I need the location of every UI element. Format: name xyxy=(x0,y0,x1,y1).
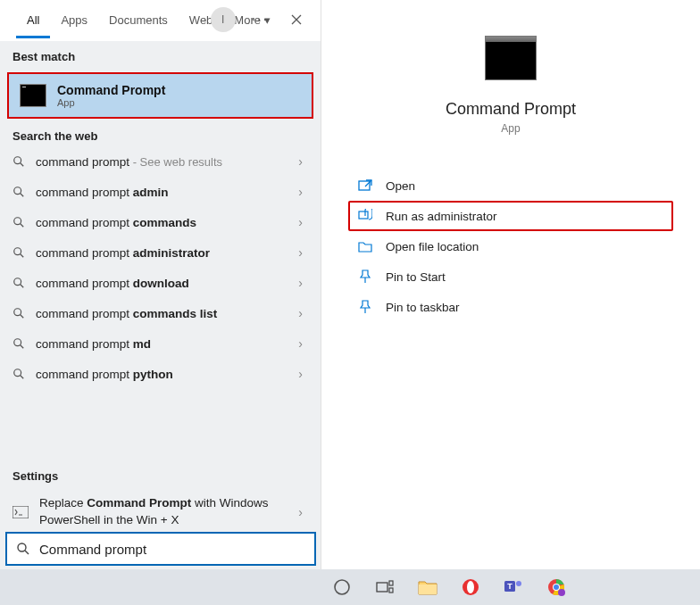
settings-row[interactable]: Replace Command Prompt with Windows Powe… xyxy=(0,486,321,536)
svg-point-12 xyxy=(14,339,21,346)
svg-point-42 xyxy=(558,589,565,596)
chrome-icon[interactable] xyxy=(545,576,568,599)
folder-icon xyxy=(357,238,373,254)
action-run-as-administrator[interactable]: Run as administrator xyxy=(348,201,673,231)
more-options-icon[interactable]: ··· xyxy=(252,12,269,28)
tab-apps[interactable]: Apps xyxy=(50,3,98,38)
svg-point-26 xyxy=(18,543,26,551)
web-result-row[interactable]: command prompt administrator › xyxy=(0,237,321,268)
best-match-sub: App xyxy=(57,97,165,108)
close-button[interactable] xyxy=(285,8,308,31)
action-label: Open file location xyxy=(386,240,479,253)
action-open-file-location[interactable]: Open file location xyxy=(348,231,673,261)
chevron-right-icon: › xyxy=(298,505,303,519)
search-icon xyxy=(12,337,25,350)
open-icon xyxy=(357,178,373,194)
web-result-text: command prompt md xyxy=(36,337,288,351)
svg-point-37 xyxy=(516,581,521,586)
web-result-row[interactable]: command prompt - See web results › xyxy=(0,146,321,177)
svg-point-8 xyxy=(14,278,21,286)
teams-icon[interactable]: T xyxy=(502,576,525,599)
svg-rect-29 xyxy=(377,583,388,592)
search-input[interactable] xyxy=(39,542,305,557)
action-label: Open xyxy=(386,179,415,193)
chevron-right-icon: › xyxy=(298,336,303,351)
web-result-row[interactable]: command prompt python › xyxy=(0,359,321,389)
command-prompt-icon xyxy=(485,36,537,80)
pin-icon xyxy=(357,299,373,315)
svg-line-3 xyxy=(21,194,24,197)
section-search-web: Search the web xyxy=(0,120,321,146)
web-result-row[interactable]: command prompt admin › xyxy=(0,177,321,207)
avatar[interactable]: I xyxy=(211,7,236,32)
chevron-right-icon: › xyxy=(298,245,303,260)
web-result-text: command prompt commands list xyxy=(36,307,288,320)
chevron-right-icon: › xyxy=(298,215,303,229)
pin-icon xyxy=(357,269,373,285)
svg-point-4 xyxy=(14,218,21,225)
action-label: Run as administrator xyxy=(386,210,497,223)
svg-line-7 xyxy=(21,254,24,258)
web-result-text: command prompt download xyxy=(36,277,288,290)
svg-point-10 xyxy=(14,309,21,316)
settings-item-icon xyxy=(12,506,29,518)
best-match-result[interactable]: Command Prompt App xyxy=(7,72,313,119)
cortana-icon[interactable] xyxy=(330,576,354,599)
preview-title: Command Prompt xyxy=(446,100,576,119)
svg-rect-31 xyxy=(389,588,393,593)
svg-rect-23 xyxy=(359,181,370,190)
result-preview: Command Prompt App xyxy=(321,0,700,135)
web-result-row[interactable]: command prompt commands list › xyxy=(0,298,321,328)
tab-all[interactable]: All xyxy=(16,3,50,38)
chevron-right-icon: › xyxy=(298,306,303,320)
svg-line-27 xyxy=(25,551,29,554)
search-filter-header: All Apps Documents Web More ▾ I ··· xyxy=(0,0,321,41)
command-prompt-icon xyxy=(20,84,46,107)
opera-icon[interactable] xyxy=(459,576,482,599)
svg-rect-30 xyxy=(389,581,393,585)
search-icon xyxy=(12,216,25,228)
section-best-match: Best match xyxy=(0,41,321,67)
svg-line-9 xyxy=(21,285,24,288)
svg-rect-25 xyxy=(359,211,368,219)
chevron-right-icon: › xyxy=(298,185,303,199)
tab-documents[interactable]: Documents xyxy=(98,3,179,38)
svg-rect-32 xyxy=(419,584,437,594)
web-result-row[interactable]: command prompt md › xyxy=(0,328,321,359)
svg-point-34 xyxy=(467,581,474,593)
web-result-text: command prompt administrator xyxy=(36,246,288,260)
action-label: Pin to taskbar xyxy=(386,301,460,314)
svg-point-14 xyxy=(14,369,21,377)
action-pin-to-start[interactable]: Pin to Start xyxy=(348,261,673,292)
svg-line-15 xyxy=(21,376,24,379)
search-box[interactable] xyxy=(5,532,316,566)
search-icon xyxy=(12,246,25,259)
svg-point-41 xyxy=(554,584,559,590)
action-pin-to-taskbar[interactable]: Pin to taskbar xyxy=(348,292,673,322)
svg-point-2 xyxy=(14,187,21,195)
section-settings: Settings xyxy=(0,460,321,486)
task-view-icon[interactable] xyxy=(373,576,396,599)
svg-line-11 xyxy=(21,315,24,319)
svg-line-1 xyxy=(21,163,24,167)
settings-item-text: Replace Command Prompt with Windows Powe… xyxy=(39,495,288,527)
action-open[interactable]: Open xyxy=(348,170,673,201)
search-icon xyxy=(12,155,25,168)
preview-sub: App xyxy=(501,122,520,135)
web-result-row[interactable]: command prompt commands › xyxy=(0,207,321,237)
search-icon xyxy=(16,542,30,556)
chevron-right-icon: › xyxy=(298,367,303,381)
web-result-row[interactable]: command prompt download › xyxy=(0,268,321,298)
svg-point-6 xyxy=(14,248,21,255)
web-result-text: command prompt - See web results xyxy=(36,155,288,169)
svg-text:T: T xyxy=(507,582,512,591)
search-icon xyxy=(12,368,25,380)
taskbar: T xyxy=(0,569,700,605)
action-label: Pin to Start xyxy=(386,270,446,284)
web-result-text: command prompt admin xyxy=(36,186,288,199)
search-icon xyxy=(12,307,25,319)
svg-line-13 xyxy=(21,345,24,349)
web-result-text: command prompt python xyxy=(36,368,288,381)
file-explorer-icon[interactable] xyxy=(416,576,439,599)
best-match-title: Command Prompt xyxy=(57,83,165,97)
